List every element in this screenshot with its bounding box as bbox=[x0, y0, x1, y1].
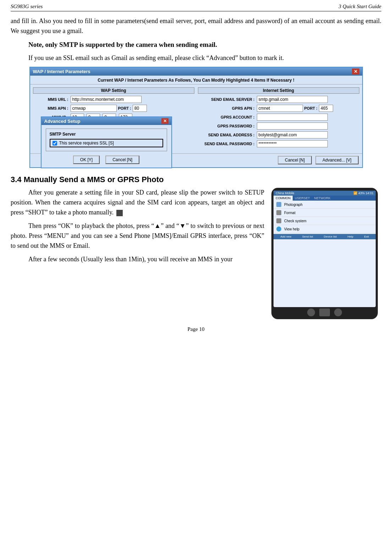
phone-image-col: China Mobile 📶 43% 14:01 COMMON USERSET … bbox=[271, 188, 381, 319]
ssl-checkbox[interactable] bbox=[53, 141, 57, 146]
phone-tab-common[interactable]: COMMON bbox=[274, 196, 293, 201]
phone-tab-userset[interactable]: USERSET bbox=[293, 196, 312, 201]
photograph-label: Photograph bbox=[284, 203, 303, 207]
gprs-password-row: GPRS PASSWORD : bbox=[198, 122, 359, 130]
send-email-server-label: SEND EMAIL SERVER : bbox=[198, 97, 255, 102]
note-smtp: Note, only SMTP is supported by the came… bbox=[11, 40, 381, 50]
phone-battery: 43% bbox=[358, 191, 365, 195]
menu-btn[interactable] bbox=[334, 309, 342, 316]
wap-dialog-titlebar: WAP / Internet Parameters ✕ bbox=[30, 67, 362, 76]
home-btn[interactable] bbox=[319, 309, 330, 316]
send-email-server-row: SEND EMAIL SERVER : bbox=[198, 96, 359, 103]
phone-screen: China Mobile 📶 43% 14:01 COMMON USERSET … bbox=[274, 191, 376, 307]
mms-url-row: MMS URL : bbox=[33, 96, 194, 103]
page-footer: Page 10 bbox=[11, 326, 381, 332]
format-icon bbox=[276, 210, 281, 215]
phone-menu-format[interactable]: Format bbox=[274, 209, 376, 217]
section-3-4-text: After you generate a setting file in you… bbox=[11, 188, 264, 268]
wap-section-title: WAP Setting bbox=[33, 87, 194, 94]
adv-dialog-body: SMTP Server This service requires SSL [S… bbox=[42, 125, 171, 168]
bottom-exit[interactable]: Exit bbox=[364, 235, 369, 238]
internet-section-title: Internet Setting bbox=[198, 87, 359, 94]
mms-port-label: PORT : bbox=[118, 106, 131, 110]
ssl-label: This service requires SSL [S] bbox=[59, 141, 114, 146]
gprs-account-row: GPRS ACCOUNT : bbox=[198, 114, 359, 121]
send-email-address-input[interactable] bbox=[257, 131, 328, 138]
mms-url-label: MMS URL : bbox=[33, 97, 68, 102]
mms-apn-label: MMS APN : bbox=[33, 106, 68, 110]
internet-setting-section: Internet Setting SEND EMAIL SERVER : GPR… bbox=[198, 87, 359, 149]
phone-carrier: China Mobile bbox=[276, 191, 294, 195]
adv-cancel-btn[interactable]: Cancel [N] bbox=[105, 156, 139, 164]
smtp-server-group-title: SMTP Server bbox=[50, 132, 163, 137]
phone-signal: 📶 bbox=[353, 191, 358, 195]
wap-dialog: WAP / Internet Parameters ✕ Current WAP … bbox=[29, 67, 363, 168]
adv-dialog-title: Advanced Setup bbox=[44, 119, 81, 124]
dialog-advanced-btn[interactable]: Advanced... [V] bbox=[315, 156, 358, 164]
wap-dialog-close-btn[interactable]: ✕ bbox=[352, 69, 359, 75]
mms-url-input[interactable] bbox=[71, 96, 142, 103]
adv-dialog-close-btn[interactable]: ✕ bbox=[161, 118, 169, 124]
adv-dialog-titlebar: Advanced Setup ✕ bbox=[42, 117, 171, 125]
phone-menu-check-system[interactable]: Check system bbox=[274, 217, 376, 225]
help-icon bbox=[276, 227, 281, 231]
adv-ok-btn[interactable]: OK [Y] bbox=[73, 156, 100, 164]
camera-icon bbox=[276, 202, 281, 207]
page-header: SG983G series 3 Quick Start Guide bbox=[11, 4, 381, 11]
gprs-apn-row: GPRS APN : PORT : bbox=[198, 105, 359, 112]
bottom-help[interactable]: Help bbox=[348, 235, 353, 238]
bottom-device-list[interactable]: Device list bbox=[324, 235, 337, 238]
send-email-password-row: SEND EMAIL PASSWORD : bbox=[198, 140, 359, 147]
wap-dialog-body: WAP Setting Advanced Setup ✕ SMTP Server… bbox=[30, 84, 362, 152]
intro-para1: and fill in. Also you need to fill in so… bbox=[11, 16, 381, 36]
section-3-4-para1: After you generate a setting file in you… bbox=[11, 188, 264, 218]
mms-port-input[interactable] bbox=[133, 105, 147, 112]
mms-apn-row: MMS APN : PORT : bbox=[33, 105, 194, 112]
gprs-apn-label: GPRS APN : bbox=[198, 106, 255, 110]
section-3-4-heading: 3.4 Manually Send a MMS or GPRS Photo bbox=[11, 175, 381, 184]
section-3-4-para2: Then press “OK” to playback the photos, … bbox=[11, 221, 264, 251]
dialog-cancel-btn[interactable]: Cancel [N] bbox=[278, 156, 312, 164]
phone-tab-network[interactable]: NETWORK bbox=[312, 196, 333, 201]
mms-apn-input[interactable] bbox=[71, 105, 117, 112]
header-right: 3 Quick Start Guide bbox=[339, 4, 381, 10]
gprs-apn-input[interactable] bbox=[257, 105, 303, 112]
advanced-dialog: Advanced Setup ✕ SMTP Server This servic… bbox=[41, 116, 172, 168]
wap-setting-section: WAP Setting Advanced Setup ✕ SMTP Server… bbox=[33, 87, 194, 149]
gprs-password-label: GPRS PASSWORD : bbox=[198, 124, 255, 128]
send-email-password-input[interactable] bbox=[257, 140, 328, 147]
bottom-send-list[interactable]: Send list bbox=[302, 235, 313, 238]
bottom-add-new[interactable]: Add new bbox=[280, 235, 291, 238]
format-label: Format bbox=[284, 211, 296, 215]
sim-card-icon bbox=[116, 210, 123, 216]
phone-bottom-bar: Add new Send list Device list Help Exit bbox=[274, 234, 376, 239]
view-help-label: View help bbox=[284, 227, 299, 231]
phone-hardware-btns bbox=[307, 309, 342, 316]
send-email-server-input[interactable] bbox=[257, 96, 328, 103]
phone-menu-photograph[interactable]: Photograph bbox=[274, 201, 376, 209]
phone-menu-view-help[interactable]: View help bbox=[274, 225, 376, 233]
phone-time: 14:01 bbox=[365, 191, 374, 195]
send-email-password-label: SEND EMAIL PASSWORD : bbox=[198, 142, 255, 146]
right-btn-group: Cancel [N] Advanced... [V] bbox=[278, 156, 358, 164]
gprs-account-input[interactable] bbox=[257, 114, 328, 121]
phone-image: China Mobile 📶 43% 14:01 COMMON USERSET … bbox=[271, 188, 378, 319]
adv-btn-row: OK [Y] Cancel [N] bbox=[46, 156, 167, 164]
gprs-account-label: GPRS ACCOUNT : bbox=[198, 115, 255, 119]
wap-dialog-title: WAP / Internet Parameters bbox=[33, 69, 90, 74]
gprs-port-input[interactable] bbox=[319, 105, 333, 112]
phone-status-bar: China Mobile 📶 43% 14:01 bbox=[274, 191, 376, 196]
section-3-4-para3: After a few seconds (Usually less than 1… bbox=[11, 255, 264, 264]
send-email-address-label: SEND EMAIL ADDRESS : bbox=[198, 133, 255, 137]
send-email-address-row: SEND EMAIL ADDRESS : bbox=[198, 131, 359, 138]
header-left: SG983G series bbox=[11, 4, 43, 10]
section-3-4-content: After you generate a setting file in you… bbox=[11, 188, 381, 319]
system-icon bbox=[276, 218, 281, 223]
gprs-port-label: PORT : bbox=[304, 106, 318, 110]
phone-signal-time: 📶 43% 14:01 bbox=[353, 191, 374, 195]
ssl-checkbox-row: This service requires SSL [S] bbox=[50, 139, 163, 147]
smtp-server-group: SMTP Server This service requires SSL [S… bbox=[46, 129, 167, 151]
back-btn[interactable] bbox=[307, 309, 315, 316]
gprs-password-input[interactable] bbox=[257, 122, 328, 130]
phone-tabs: COMMON USERSET NETWORK bbox=[274, 196, 376, 201]
